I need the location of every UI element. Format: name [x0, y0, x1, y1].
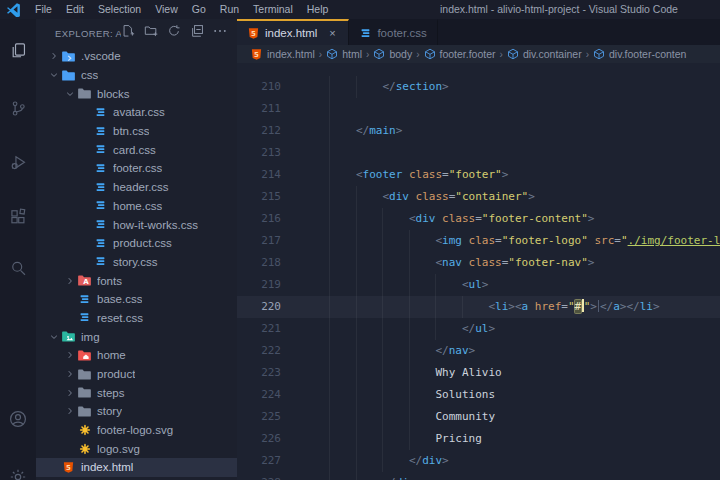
tab-footer.css[interactable]: footer.css — [349, 19, 437, 45]
line-number[interactable]: 213 — [237, 142, 281, 164]
token: Solutions — [435, 388, 495, 401]
line-number[interactable]: 222 — [237, 340, 281, 362]
breadcrumb-item-html[interactable]: html — [326, 48, 362, 60]
breadcrumb-item-footer.footer[interactable]: footer.footer — [424, 48, 496, 60]
tree-folder-.vscode[interactable]: .vscode — [36, 47, 237, 66]
code-line-221[interactable]: 221 </ul> — [237, 318, 720, 340]
code-line-224[interactable]: 224 Solutions — [237, 384, 720, 406]
selected-text: # — [575, 300, 582, 313]
tree-file-base.css[interactable]: base.css — [36, 290, 237, 309]
menu-view[interactable]: View — [148, 0, 185, 19]
tab-index.html[interactable]: 5index.html× — [237, 19, 349, 45]
code-line-215[interactable]: 215 <div class="container"> — [237, 186, 720, 208]
breadcrumb-item-div.footer-conten[interactable]: div.footer-conten — [593, 48, 686, 60]
code-line-214[interactable]: 214 <footer class="footer"> — [237, 164, 720, 186]
code-line-218[interactable]: 218 <nav class="footer-nav"> — [237, 252, 720, 274]
activity-accounts[interactable] — [0, 406, 36, 436]
tree-file-logo.svg[interactable]: logo.svg — [36, 439, 237, 458]
code-line-223[interactable]: 223 Why Alivio — [237, 362, 720, 384]
code-line-213[interactable]: 213 — [237, 142, 720, 164]
line-number[interactable]: 221 — [237, 318, 281, 340]
line-number[interactable]: 217 — [237, 230, 281, 252]
new-file-button[interactable] — [121, 26, 135, 40]
line-number[interactable]: 216 — [237, 208, 281, 230]
menu-terminal[interactable]: Terminal — [246, 0, 300, 19]
menu-selection[interactable]: Selection — [91, 0, 148, 19]
code-line-219[interactable]: 219 <ul> — [237, 274, 720, 296]
activity-extensions[interactable] — [0, 203, 36, 233]
token: > — [588, 212, 595, 225]
line-number[interactable]: 215 — [237, 186, 281, 208]
tree-file-home.css[interactable]: home.css — [36, 197, 237, 216]
breadcrumb-item-index.html[interactable]: 5index.html — [250, 48, 315, 61]
tree-folder-home[interactable]: home — [36, 346, 237, 365]
tree-folder-story[interactable]: story — [36, 402, 237, 421]
token: Community — [435, 410, 495, 423]
chevron-right-icon — [63, 369, 76, 379]
tree-file-how-it-works.css[interactable]: how-it-works.css — [36, 215, 237, 234]
line-number[interactable]: 212 — [237, 120, 281, 142]
breadcrumb-item-body[interactable]: body — [373, 48, 412, 60]
line-number[interactable]: 225 — [237, 406, 281, 428]
menu-run[interactable]: Run — [213, 0, 246, 19]
indent-guide — [382, 384, 383, 406]
tree-file-story.css[interactable]: story.css — [36, 253, 237, 272]
tree-folder-steps[interactable]: steps — [36, 383, 237, 402]
line-number[interactable]: 227 — [237, 450, 281, 472]
token: nav — [442, 256, 462, 269]
tree-folder-product[interactable]: product — [36, 365, 237, 384]
code-line-225[interactable]: 225 Community — [237, 406, 720, 428]
tree-folder-blocks[interactable]: blocks — [36, 84, 237, 103]
new-folder-button[interactable] — [144, 26, 158, 40]
breadcrumb-item-div.container[interactable]: div.container — [507, 48, 582, 60]
line-number[interactable]: 220 — [237, 296, 281, 318]
folder-icon — [76, 385, 93, 400]
tree-file-btn.css[interactable]: btn.css — [36, 122, 237, 141]
tree-folder-fonts[interactable]: Afonts — [36, 271, 237, 290]
tree-file-header.css[interactable]: header.css — [36, 178, 237, 197]
tree-file-footer.css[interactable]: footer.css — [36, 159, 237, 178]
activity-source-control[interactable] — [0, 95, 36, 125]
code-line-212[interactable]: 212 </main> — [237, 120, 720, 142]
tree-file-footer-logo.svg[interactable]: footer-logo.svg — [36, 421, 237, 440]
code-line-227[interactable]: 227 </div> — [237, 450, 720, 472]
menu-file[interactable]: File — [28, 0, 59, 19]
activity-run-and-debug[interactable] — [0, 149, 36, 179]
line-number[interactable]: 224 — [237, 384, 281, 406]
guide-bar — [598, 300, 599, 312]
line-number[interactable]: 218 — [237, 252, 281, 274]
code-line-226[interactable]: 226 Pricing — [237, 428, 720, 450]
tree-folder-css[interactable]: css — [36, 66, 237, 85]
code-line-222[interactable]: 222 </nav> — [237, 340, 720, 362]
code-line-210[interactable]: 210 </section> — [237, 76, 720, 98]
tree-file-reset.css[interactable]: reset.css — [36, 309, 237, 328]
code-editor[interactable]: 210 </section>211212 </main>213214 <foot… — [237, 63, 720, 480]
line-number[interactable]: 223 — [237, 362, 281, 384]
activity-search[interactable] — [0, 255, 36, 285]
more-actions-button[interactable] — [213, 26, 227, 40]
code-line-216[interactable]: 216 <div class="footer-content"> — [237, 208, 720, 230]
activity-explorer[interactable] — [0, 37, 36, 67]
code-line-211[interactable]: 211 — [237, 98, 720, 120]
refresh-button[interactable] — [167, 26, 181, 40]
line-number[interactable]: 219 — [237, 274, 281, 296]
tree-folder-img[interactable]: img — [36, 327, 237, 346]
line-number[interactable]: 214 — [237, 164, 281, 186]
tree-file-product.css[interactable]: product.css — [36, 234, 237, 253]
collapse-all-button[interactable] — [190, 26, 204, 40]
line-number[interactable]: 228 — [237, 472, 281, 480]
line-number[interactable]: 226 — [237, 428, 281, 450]
code-line-228[interactable]: 228 </div> — [237, 472, 720, 480]
menu-go[interactable]: Go — [185, 0, 213, 19]
tree-file-index.html[interactable]: 5index.html — [36, 458, 237, 477]
tree-file-avatar.css[interactable]: avatar.css — [36, 103, 237, 122]
code-line-220[interactable]: 220 <li><a href="#"></a></li> — [237, 296, 720, 318]
code-line-217[interactable]: 217 <img clas="footer-logo" src="./img/f… — [237, 230, 720, 252]
line-number[interactable]: 211 — [237, 98, 281, 120]
close-icon[interactable]: × — [326, 27, 338, 39]
line-number[interactable]: 210 — [237, 76, 281, 98]
menu-edit[interactable]: Edit — [59, 0, 91, 19]
activity-manage[interactable] — [0, 464, 36, 480]
tree-file-card.css[interactable]: card.css — [36, 140, 237, 159]
menu-help[interactable]: Help — [300, 0, 336, 19]
